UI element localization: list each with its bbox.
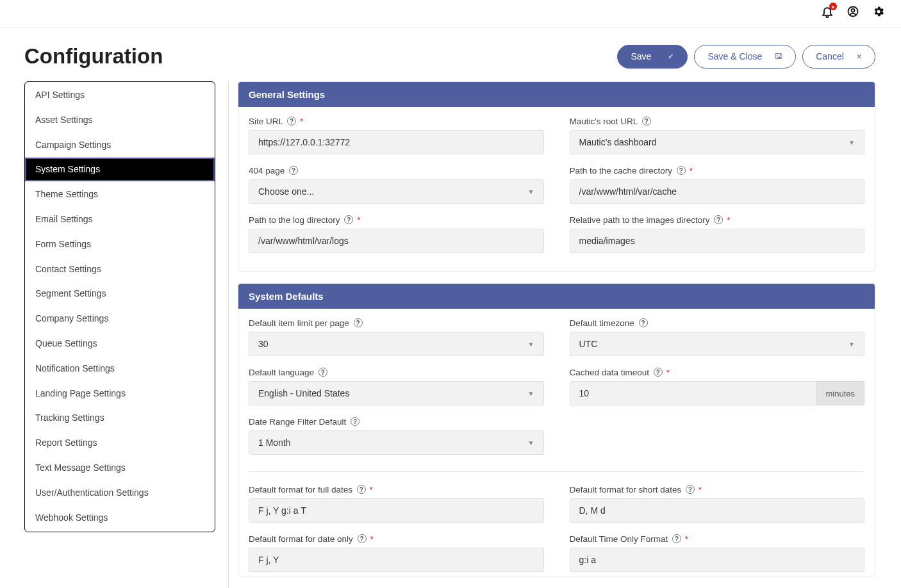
- save-button-label: Save: [631, 51, 651, 61]
- sidebar-item[interactable]: Webhook Settings: [25, 506, 215, 532]
- sidebar-item[interactable]: User/Authentication Settings: [25, 481, 215, 505]
- help-icon[interactable]: [289, 166, 298, 175]
- images-dir-input[interactable]: [570, 229, 865, 253]
- topbar: [0, 0, 901, 28]
- sidebar-item[interactable]: Asset Settings: [25, 108, 215, 132]
- date-only-input[interactable]: [249, 548, 544, 572]
- cancel-label: Cancel: [816, 51, 844, 61]
- action-buttons: Save ✓ Save & Close 🖫 Cancel ×: [617, 45, 875, 69]
- close-icon: ×: [857, 51, 862, 61]
- full-date-label: Default format for full dates *: [249, 485, 544, 494]
- sidebar-item[interactable]: Report Settings: [25, 431, 215, 455]
- page-404-label: 404 page: [249, 166, 544, 176]
- main-area: General Settings Site URL *: [238, 81, 875, 588]
- help-icon[interactable]: [654, 368, 663, 377]
- log-dir-input[interactable]: [249, 229, 544, 253]
- settings-sidebar: API SettingsAsset SettingsCampaign Setti…: [24, 81, 215, 532]
- sidebar-item[interactable]: Segment Settings: [25, 282, 215, 306]
- log-dir-label: Path to the log directory *: [249, 215, 544, 225]
- save-close-button[interactable]: Save & Close 🖫: [694, 45, 796, 69]
- chevron-down-icon: ▼: [528, 439, 534, 446]
- images-dir-label: Relative path to the images directory *: [570, 215, 865, 225]
- item-limit-select[interactable]: 30 ▼: [249, 332, 544, 356]
- sidebar-item[interactable]: API Settings: [25, 82, 215, 107]
- chevron-down-icon: ▼: [848, 139, 855, 146]
- site-url-input[interactable]: [249, 130, 544, 154]
- language-select[interactable]: English - United States ▼: [249, 381, 544, 405]
- root-url-value: Mautic's dashboard: [579, 137, 657, 147]
- required-marker: *: [300, 117, 303, 126]
- item-limit-label: Default item limit per page: [249, 318, 544, 328]
- site-url-label: Site URL *: [249, 117, 544, 126]
- help-icon[interactable]: [354, 318, 363, 327]
- page-header: Configuration Save ✓ Save & Close 🖫 Canc…: [0, 28, 901, 81]
- help-icon[interactable]: [686, 485, 695, 494]
- sidebar-item[interactable]: Text Message Settings: [25, 456, 215, 480]
- help-icon[interactable]: [639, 318, 648, 327]
- required-marker: *: [357, 215, 360, 225]
- cache-timeout-unit: minutes: [816, 381, 864, 405]
- short-date-input[interactable]: [570, 498, 865, 523]
- sidebar-item[interactable]: Email Settings: [25, 208, 215, 231]
- chevron-down-icon: ▼: [848, 341, 855, 348]
- sidebar-item[interactable]: Theme Settings: [25, 183, 215, 206]
- page-404-value: Choose one...: [258, 186, 314, 197]
- help-icon[interactable]: [714, 215, 723, 224]
- help-icon[interactable]: [351, 417, 360, 426]
- timezone-select[interactable]: UTC ▼: [570, 332, 865, 356]
- required-marker: *: [727, 215, 730, 225]
- help-icon[interactable]: [318, 368, 327, 377]
- gear-icon[interactable]: [872, 5, 885, 20]
- root-url-select[interactable]: Mautic's dashboard ▼: [570, 130, 865, 154]
- sidebar-item[interactable]: Company Settings: [25, 307, 215, 331]
- help-icon[interactable]: [642, 117, 651, 126]
- cache-dir-label: Path to the cache directory *: [570, 166, 865, 176]
- timezone-label: Default timezone: [570, 318, 865, 328]
- help-icon[interactable]: [287, 117, 296, 126]
- separator: [249, 471, 864, 472]
- root-url-label: Mautic's root URL: [570, 117, 865, 126]
- help-icon[interactable]: [357, 485, 366, 494]
- page-404-select[interactable]: Choose one... ▼: [249, 179, 544, 204]
- vertical-divider: [228, 81, 229, 588]
- cache-dir-input[interactable]: [570, 179, 865, 204]
- date-range-select[interactable]: 1 Month ▼: [249, 430, 544, 455]
- sidebar-item[interactable]: Notification Settings: [25, 357, 215, 380]
- disk-icon: 🖫: [775, 52, 782, 61]
- cache-timeout-input[interactable]: [570, 381, 817, 405]
- panel-general-settings: General Settings Site URL *: [238, 81, 875, 272]
- help-icon[interactable]: [672, 534, 681, 543]
- cache-timeout-label: Cached data timeout *: [570, 368, 865, 377]
- time-only-input[interactable]: [570, 548, 865, 572]
- panel-header-defaults: System Defaults: [238, 284, 875, 309]
- required-marker: *: [370, 485, 373, 494]
- notification-badge: [829, 3, 837, 10]
- sidebar-item[interactable]: Tracking Settings: [25, 406, 215, 430]
- cancel-button[interactable]: Cancel ×: [802, 45, 875, 69]
- help-icon[interactable]: [344, 215, 353, 224]
- help-icon[interactable]: [358, 534, 367, 543]
- save-button[interactable]: Save ✓: [617, 45, 688, 69]
- full-date-input[interactable]: [249, 498, 544, 523]
- panel-header-general: General Settings: [238, 82, 875, 107]
- sidebar-item[interactable]: System Settings: [25, 158, 215, 181]
- save-close-label: Save & Close: [707, 51, 762, 61]
- date-range-label: Date Range Filter Default: [249, 417, 544, 427]
- required-marker: *: [698, 485, 702, 494]
- chevron-down-icon: ▼: [528, 390, 534, 397]
- chevron-down-icon: ▼: [528, 188, 534, 195]
- help-icon[interactable]: [677, 166, 686, 175]
- required-marker: *: [685, 534, 688, 544]
- sidebar-item[interactable]: Queue Settings: [25, 332, 215, 355]
- notification-icon[interactable]: [821, 5, 834, 20]
- page-title: Configuration: [24, 44, 163, 69]
- sidebar-item[interactable]: Contact Settings: [25, 257, 215, 281]
- sidebar-item[interactable]: Landing Page Settings: [25, 382, 215, 405]
- user-icon[interactable]: [847, 5, 859, 20]
- sidebar-item[interactable]: Form Settings: [25, 233, 215, 256]
- date-only-label: Default format for date only *: [249, 534, 544, 544]
- sidebar-item[interactable]: Campaign Settings: [25, 133, 215, 157]
- required-marker: *: [690, 166, 693, 176]
- content: API SettingsAsset SettingsCampaign Setti…: [0, 81, 901, 588]
- time-only-label: Default Time Only Format *: [570, 534, 865, 544]
